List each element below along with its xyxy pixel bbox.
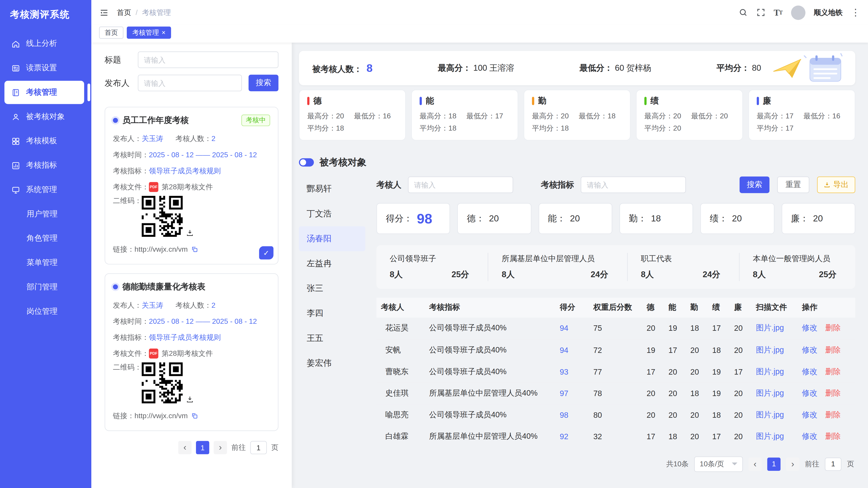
publisher-link[interactable]: 关玉涛 (142, 300, 163, 310)
scan-file-link[interactable]: 图片.jpg (756, 388, 784, 397)
indicator-link[interactable]: 领导班子成员考核规则 (149, 166, 221, 175)
score-label: 绩： (710, 213, 727, 224)
sidebar-item-assessment-templates[interactable]: 考核模板 (4, 129, 84, 153)
collapse-sidebar-icon[interactable] (99, 7, 109, 18)
group-summary: 公司领导班子 8人 25分 (376, 253, 488, 281)
reset-button[interactable]: 重置 (777, 176, 809, 193)
sidebar-subitem[interactable]: 菜单管理 (4, 251, 84, 274)
publisher-link[interactable]: 关玉涛 (142, 133, 163, 143)
edit-link[interactable]: 修改 (802, 323, 817, 332)
indicator-link[interactable]: 领导班子成员考核规则 (149, 332, 221, 342)
text-size-icon[interactable]: TT (774, 8, 783, 17)
sidebar-item-system-management[interactable]: 系统管理 (4, 178, 84, 201)
prev-page-icon[interactable]: ‹ (178, 441, 192, 454)
table-header-cell: 权重后分数 (589, 298, 642, 318)
delete-link[interactable]: 删除 (825, 345, 841, 354)
assessment-file[interactable]: 第28期考核文件 (162, 348, 213, 358)
assessment-link[interactable]: http://vwjx.cn/vm (134, 245, 188, 254)
person-list-item[interactable]: 李四 (299, 301, 365, 326)
sidebar-subitem[interactable]: 岗位管理 (4, 300, 84, 323)
sidebar-subitem[interactable]: 用户管理 (4, 202, 84, 226)
person-list-item[interactable]: 汤春阳 (299, 226, 365, 251)
person-list-item[interactable]: 姜宏伟 (299, 351, 365, 376)
breadcrumb-home[interactable]: 首页 (117, 7, 131, 18)
person-list-item[interactable]: 酆易轩 (299, 176, 365, 201)
sidebar-item-assessment-indicators[interactable]: 考核指标 (4, 154, 84, 177)
assessed-person-list: 酆易轩丁文浩汤春阳左益冉张三李四王五姜宏伟 (299, 176, 365, 488)
fullscreen-icon[interactable] (756, 8, 765, 17)
assessment-file[interactable]: 第28期考核文件 (162, 182, 213, 192)
score-card: 廉： 20 (781, 203, 855, 234)
dimension-color-bar (532, 97, 534, 105)
edit-link[interactable]: 修改 (802, 431, 817, 440)
delete-link[interactable]: 删除 (825, 431, 841, 440)
tab-home[interactable]: 首页 (99, 27, 123, 39)
delete-link[interactable]: 删除 (825, 388, 841, 397)
cell-qin: 20 (686, 339, 708, 361)
dimension-avg: 平均分：17 (757, 122, 794, 134)
panel-search-button[interactable]: 搜索 (249, 75, 278, 91)
table-header-cell: 操作 (798, 298, 855, 318)
cell-ji: 19 (708, 361, 730, 383)
sidebar-subitem[interactable]: 角色管理 (4, 227, 84, 250)
content: 标题 发布人 搜索 员工工作年度考核 考核中 发布人：关玉涛 (91, 43, 868, 488)
tab-assessment-management[interactable]: 考核管理 × (127, 27, 171, 39)
sidebar-item-ballot-settings[interactable]: 读票设置 (4, 57, 84, 80)
download-qr-icon[interactable] (186, 396, 194, 403)
assessment-card[interactable]: 员工工作年度考核 考核中 发布人：关玉涛 考核人数：2 考核时间：2025 - … (105, 107, 278, 265)
person-list-item[interactable]: 左益冉 (299, 251, 365, 276)
publisher-input[interactable] (138, 75, 242, 91)
goto-page-input[interactable] (825, 457, 841, 470)
indicator-input[interactable] (581, 176, 686, 193)
delete-link[interactable]: 删除 (825, 323, 841, 332)
sidebar-item-label: 考核管理 (26, 88, 57, 97)
next-page-icon[interactable]: › (214, 441, 227, 454)
tab-close-icon[interactable]: × (162, 29, 165, 36)
scan-file-link[interactable]: 图片.jpg (756, 345, 784, 354)
person-list-item[interactable]: 王五 (299, 326, 365, 351)
edit-link[interactable]: 修改 (802, 366, 817, 375)
per-page-select[interactable]: 10条/页 (694, 456, 743, 472)
copy-link-icon[interactable] (191, 246, 198, 253)
assessor-input[interactable] (408, 176, 513, 193)
goto-page-input[interactable] (250, 441, 267, 454)
edit-link[interactable]: 修改 (802, 410, 817, 418)
edit-link[interactable]: 修改 (802, 345, 817, 354)
assessment-link[interactable]: http://vwjx.cn/vm (134, 412, 188, 420)
delete-link[interactable]: 删除 (825, 366, 841, 375)
prev-page-icon[interactable]: ‹ (748, 457, 762, 470)
person-list-item[interactable]: 张三 (299, 276, 365, 301)
sidebar-item-assessment-management[interactable]: 考核管理 (4, 81, 84, 104)
scan-file-link[interactable]: 图片.jpg (756, 410, 784, 418)
assessment-card[interactable]: 德能勤绩廉量化考核表 发布人：关玉涛 考核人数：2 考核时间：2025 - 08… (105, 273, 278, 431)
avatar[interactable] (791, 5, 806, 20)
more-menu-icon[interactable]: ⋮ (851, 6, 860, 18)
scan-file-link[interactable]: 图片.jpg (756, 366, 784, 375)
sidebar-subitem[interactable]: 部门管理 (4, 275, 84, 299)
detail-search-button[interactable]: 搜索 (740, 176, 770, 193)
breadcrumb-separator: / (135, 8, 138, 17)
cell-indicator: 所属基层单位中层管理人员40% (425, 382, 555, 404)
cell-de: 17 (642, 361, 664, 383)
copy-link-icon[interactable] (191, 412, 198, 419)
sidebar-subitem-label: 用户管理 (27, 209, 58, 219)
sidebar-item-assessed-objects[interactable]: 被考核对象 (4, 105, 84, 128)
person-list-item[interactable]: 丁文浩 (299, 201, 365, 226)
table-row: 安帆 公司领导班子成员40% 94 72 19 17 20 18 20 (376, 339, 855, 361)
download-qr-icon[interactable] (186, 229, 194, 237)
table-header-cell: 能 (664, 298, 686, 318)
sidebar-item-online-analysis[interactable]: 线上分析 (4, 32, 84, 55)
delete-link[interactable]: 删除 (825, 410, 841, 418)
scan-file-link[interactable]: 图片.jpg (756, 323, 784, 332)
sidebar-item-label: 读票设置 (26, 63, 57, 73)
edit-link[interactable]: 修改 (802, 388, 817, 397)
scan-file-link[interactable]: 图片.jpg (756, 431, 784, 440)
page-number[interactable]: 1 (196, 441, 209, 454)
page-number[interactable]: 1 (767, 457, 780, 470)
export-button[interactable]: 导出 (817, 176, 855, 193)
next-page-icon[interactable]: › (786, 457, 800, 470)
score-label: 得分： (386, 213, 412, 224)
search-icon[interactable] (738, 8, 748, 17)
title-input[interactable] (138, 52, 278, 68)
group-score: 24分 (591, 269, 608, 280)
